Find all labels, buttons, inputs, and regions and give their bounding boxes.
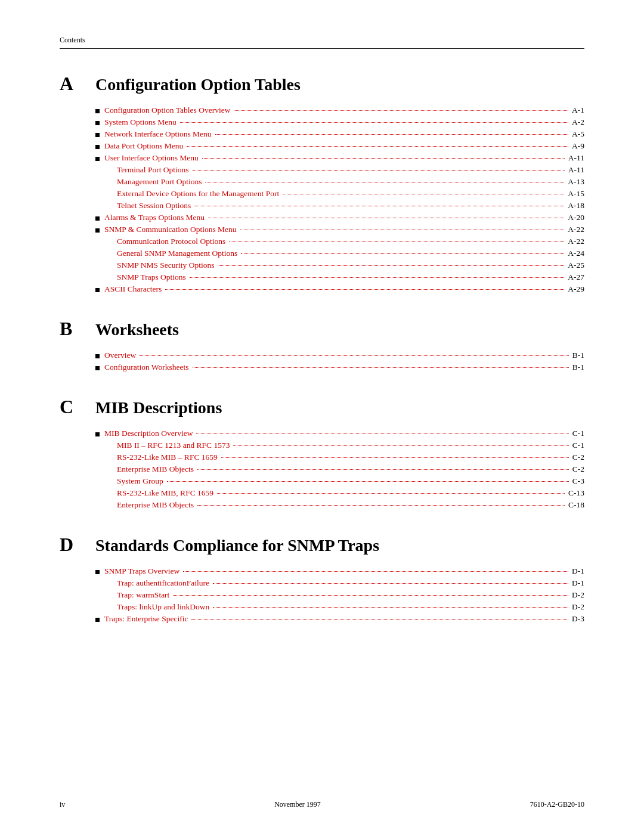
toc-entry-link[interactable]: SNMP NMS Security Options [117,261,214,270]
toc-dots [233,445,568,446]
toc-entry-link[interactable]: External Device Options for the Manageme… [117,189,279,199]
toc-entry-link[interactable]: Alarms & Traps Options Menu [104,213,205,222]
bullet-icon [95,157,100,161]
toc-entry-link[interactable]: General SNMP Management Options [117,249,237,258]
toc-entry-link[interactable]: User Interface Options Menu [104,153,199,163]
chapter-heading-B: BWorksheets [60,318,584,340]
toc-entry-link[interactable]: Overview [104,351,136,360]
toc-page-number: D-1 [572,566,584,576]
list-item: Traps: linkUp and linkDownD-2 [117,602,584,612]
toc-entry-link[interactable]: Enterprise MIB Objects [117,500,194,510]
toc-page-number: A-22 [568,225,584,234]
list-item: User Interface Options MenuA-11 [95,153,584,163]
toc-dots [241,253,564,254]
toc-entry-link[interactable]: MIB II – RFC 1213 and RFC 1573 [117,441,230,450]
list-item: System Options MenuA-2 [95,117,584,127]
list-item: External Device Options for the Manageme… [117,189,584,199]
page-header: Contents [60,36,584,49]
chapter-heading-A: AConfiguration Option Tables [60,73,584,95]
chapter-title-C: MIB Descriptions [95,398,222,417]
toc-entry-link[interactable]: Data Port Options Menu [104,141,183,151]
list-item: OverviewB-1 [95,351,584,360]
toc-entry-link[interactable]: SNMP Traps Overview [104,566,179,576]
toc-dots [218,265,564,266]
bullet-icon [95,145,100,149]
toc-dots [183,571,568,572]
toc-entry-link[interactable]: Communication Protocol Options [117,237,225,246]
toc-entry-link[interactable]: Network Interface Options Menu [104,129,212,139]
list-item: Data Port Options MenuA-9 [95,141,584,151]
toc-dots [193,170,565,171]
chapter-heading-C: CMIB Descriptions [60,396,584,418]
toc-dots [196,433,568,434]
toc-entry-link[interactable]: System Options Menu [104,117,177,127]
toc-page-number: D-3 [572,614,584,624]
list-item: Traps: Enterprise SpecificD-3 [95,614,584,624]
toc-dots [205,182,564,182]
toc-dots [187,146,568,147]
toc-entry-link[interactable]: Telnet Session Options [117,201,191,210]
toc-entry-link[interactable]: RS-232-Like MIB – RFC 1659 [117,453,218,462]
toc-dots [213,583,568,584]
bullet-icon [95,288,100,292]
bullet-icon [95,216,100,221]
toc-page-number: C-18 [568,500,584,510]
toc-dots [193,367,569,368]
toc-entry-link[interactable]: Trap: authentificationFailure [117,578,209,588]
toc-entry-link[interactable]: Traps: linkUp and linkDown [117,602,209,612]
toc-entry-link[interactable]: System Group [117,476,163,486]
toc-list-D: SNMP Traps OverviewD-1Trap: authentifica… [95,566,584,624]
list-item: MIB Description OverviewC-1 [95,429,584,438]
toc-entry-link[interactable]: Terminal Port Options [117,165,189,175]
toc-entry-link[interactable]: Configuration Worksheets [104,363,189,372]
toc-dots [197,469,569,470]
bullet-icon [95,354,100,358]
toc-page-number: A-20 [568,213,584,222]
bullet-icon [95,432,100,436]
toc-page-number: A-29 [568,284,584,294]
toc-page-number: A-11 [568,165,584,175]
toc-dots [234,110,568,111]
chapter-letter-B: B [60,318,81,340]
toc-dots [221,457,569,458]
toc-dots [283,194,564,194]
toc-entry-link[interactable]: Enterprise MIB Objects [117,465,194,474]
toc-dots [140,355,569,356]
list-item: SNMP Traps OverviewD-1 [95,566,584,576]
toc-entry-link[interactable]: SNMP & Communication Options Menu [104,225,237,234]
toc-dots [208,218,564,218]
toc-dots [167,481,569,482]
toc-page-number: A-5 [572,129,584,139]
toc-entry-link[interactable]: Trap: warmStart [117,590,169,600]
bullet-icon [95,366,100,370]
toc-dots [194,206,564,206]
toc-dots [217,493,565,494]
toc-page-number: C-2 [572,453,584,462]
toc-dots [229,241,564,242]
chapter-title-B: Worksheets [95,320,179,339]
list-item: Trap: warmStartD-2 [117,590,584,600]
toc-dots [240,230,565,230]
toc-page-number: A-24 [568,249,584,258]
toc-entry-link[interactable]: ASCII Characters [104,284,162,294]
toc-page-number: A-2 [572,117,584,127]
toc-entry-link[interactable]: SNMP Traps Options [117,272,186,282]
toc-entry-link[interactable]: Traps: Enterprise Specific [104,614,188,624]
toc-entry-link[interactable]: RS-232-Like MIB, RFC 1659 [117,488,213,498]
list-item: RS-232-Like MIB, RFC 1659C-13 [117,488,584,498]
toc-dots [202,158,565,159]
toc-page-number: D-2 [572,602,584,612]
toc-page-number: C-1 [572,441,584,450]
toc-entry-link[interactable]: Management Port Options [117,177,202,187]
toc-entry-link[interactable]: MIB Description Overview [104,429,193,438]
toc-list-B: OverviewB-1Configuration WorksheetsB-1 [95,351,584,372]
list-item: MIB II – RFC 1213 and RFC 1573C-1 [117,441,584,450]
bullet-icon [95,618,100,622]
chapter-letter-A: A [60,73,81,95]
toc-page-number: A-1 [572,106,584,115]
toc-page-number: D-2 [572,590,584,600]
list-item: Network Interface Options MenuA-5 [95,129,584,139]
toc-entry-link[interactable]: Configuration Option Tables Overview [104,106,230,115]
toc-page-number: B-1 [572,351,584,360]
toc-dots [173,595,568,596]
